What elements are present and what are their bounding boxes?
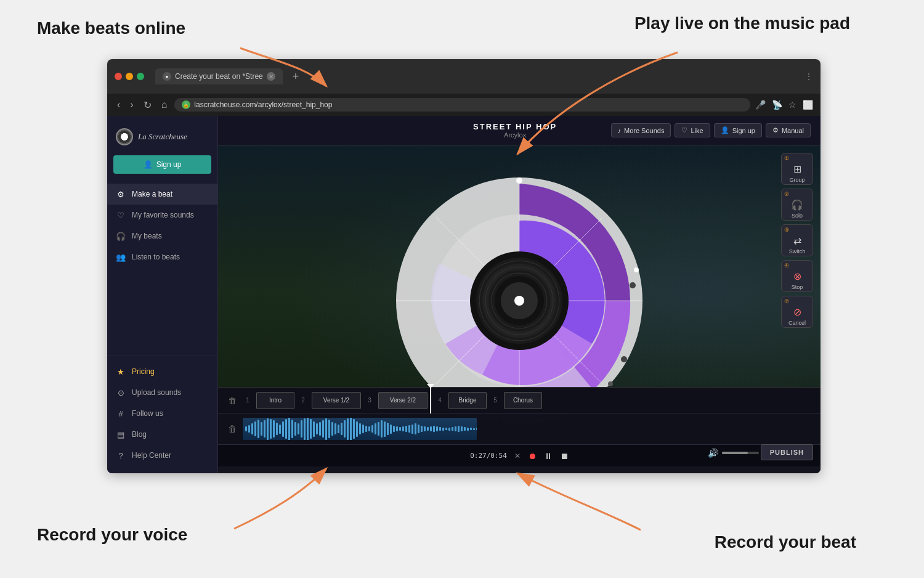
switch-button[interactable]: ③ ⇄ Switch: [781, 224, 813, 256]
url-text: lascratcheuse.com/arcylox/street_hip_hop: [194, 100, 332, 109]
minimize-btn[interactable]: [126, 73, 133, 80]
listen-label: Listen to beats: [132, 253, 180, 261]
annotation-record-voice: Record your voice: [37, 525, 187, 545]
tab-favicon: ●: [163, 72, 171, 81]
signup-label: Sign up: [156, 160, 182, 169]
svg-point-22: [608, 381, 613, 386]
segment-verse2[interactable]: Verse 2/2: [378, 392, 428, 409]
sidebar-item-blog[interactable]: ▤ Blog: [107, 424, 217, 445]
beat-author: Arcylox: [419, 131, 611, 139]
sidebar-item-make-beat[interactable]: ⚙ Make a beat: [107, 184, 217, 205]
sidebar: La Scratcheuse 👤 Sign up ⚙ Make a beat ♡…: [107, 116, 218, 473]
pricing-label: Pricing: [132, 367, 155, 376]
make-beat-label: Make a beat: [132, 190, 172, 198]
logo-area: La Scratcheuse: [107, 123, 217, 155]
waveform-row: 🗑: [218, 413, 821, 444]
sidebar-item-pricing[interactable]: ★ Pricing: [107, 361, 217, 382]
blog-label: Blog: [132, 430, 147, 439]
sidebar-item-upload[interactable]: ⊙ Upload sounds: [107, 382, 217, 403]
help-label: Help Center: [132, 451, 171, 460]
timeline-num-4: 4: [434, 397, 446, 404]
sidebar-item-my-beats[interactable]: 🎧 My beats: [107, 226, 217, 246]
favorites-icon: ♡: [116, 210, 126, 220]
annotation-record-beat: Record your beat: [715, 532, 856, 552]
sidebar-item-help[interactable]: ? Help Center: [107, 445, 217, 466]
browser-tab[interactable]: ● Create your beat on *Stree ✕: [155, 68, 283, 84]
time-display: 0:27/0:54: [470, 452, 507, 460]
microphone-icon[interactable]: 🎤: [755, 100, 766, 110]
sidebar-item-follow[interactable]: # Follow us: [107, 403, 217, 424]
like-button[interactable]: ♡ Like: [675, 123, 710, 137]
record-button[interactable]: ⏺: [528, 451, 537, 461]
url-favicon: 🔒: [182, 100, 190, 109]
publish-button[interactable]: PUBLISH: [761, 444, 813, 460]
waveform-trash-icon[interactable]: 🗑: [225, 424, 239, 434]
switch-icon: ⇄: [793, 235, 801, 246]
like-icon: ♡: [681, 126, 687, 134]
browser-chrome: ● Create your beat on *Stree ✕ + ⋮: [107, 59, 821, 94]
segment-verse1[interactable]: Verse 1/2: [312, 392, 361, 409]
more-sounds-button[interactable]: ♪ More Sounds: [611, 123, 671, 137]
volume-track[interactable]: [722, 452, 759, 454]
forward-button[interactable]: ›: [128, 99, 136, 110]
group-button[interactable]: ① ⊞ Group: [781, 153, 813, 185]
svg-point-19: [621, 356, 627, 362]
logo-text: La Scratcheuse: [138, 132, 187, 142]
annotation-make-beats: Make beats online: [37, 18, 185, 38]
timeline-num-5: 5: [489, 397, 501, 404]
close-track-button[interactable]: ✕: [514, 452, 521, 460]
browser-window: ● Create your beat on *Stree ✕ + ⋮ ‹ › ↻…: [107, 59, 821, 473]
cancel-button[interactable]: ⑦ ⊘ Cancel: [781, 296, 813, 328]
sidebar-item-listen[interactable]: 👥 Listen to beats: [107, 246, 217, 267]
tab-close-icon[interactable]: ✕: [267, 72, 275, 81]
maximize-btn[interactable]: [137, 73, 144, 80]
my-beats-icon: 🎧: [116, 231, 126, 241]
segment-bridge[interactable]: Bridge: [448, 392, 487, 409]
sidebar-item-favorites[interactable]: ♡ My favorite sounds: [107, 205, 217, 226]
timeline-trash-icon[interactable]: 🗑: [225, 396, 239, 405]
segment-chorus[interactable]: Chorus: [504, 392, 542, 409]
sidebar-signup-button[interactable]: 👤 Sign up: [113, 155, 211, 174]
playhead-triangle: [427, 384, 434, 388]
bookmark-icon[interactable]: ☆: [788, 100, 796, 110]
stop-playback-button[interactable]: ⏹: [560, 451, 569, 461]
timeline-num-1: 1: [241, 397, 254, 404]
right-controls-panel: ① ⊞ Group ② 🎧 Solo ③ ⇄ Switch ④ ⊗ S: [781, 153, 813, 328]
window-controls: [115, 73, 150, 80]
sidebar-toggle-icon[interactable]: ⬜: [803, 100, 813, 110]
manual-button[interactable]: ⚙ Manual: [766, 123, 811, 137]
new-tab-button[interactable]: +: [288, 70, 304, 83]
stop-num: ④: [784, 263, 789, 269]
cast-icon[interactable]: 📡: [772, 100, 782, 110]
group-icon: ⊞: [793, 163, 801, 175]
logo-vinyl-icon: [116, 128, 133, 145]
browser-menu[interactable]: ⋮: [804, 71, 813, 81]
stop-button[interactable]: ④ ⊗ Stop: [781, 260, 813, 292]
annotation-play-live: Play live on the music pad: [634, 14, 850, 33]
follow-label: Follow us: [132, 409, 163, 418]
my-beats-label: My beats: [132, 232, 162, 240]
header-signup-label: Sign up: [732, 127, 755, 134]
user-icon: 👤: [144, 160, 153, 169]
header-signup-button[interactable]: 👤 Sign up: [714, 123, 762, 137]
svg-point-17: [516, 177, 522, 184]
pause-button[interactable]: ⏸: [544, 451, 553, 461]
cancel-num: ⑦: [784, 298, 789, 304]
playhead: [430, 388, 431, 413]
waveform-visual[interactable]: [243, 418, 477, 440]
solo-button[interactable]: ② 🎧 Solo: [781, 189, 813, 221]
manual-label: Manual: [782, 127, 804, 134]
home-button[interactable]: ⌂: [159, 99, 170, 110]
app-content: La Scratcheuse 👤 Sign up ⚙ Make a beat ♡…: [107, 116, 821, 473]
listen-icon: 👥: [116, 252, 126, 262]
url-bar[interactable]: 🔒 lascratcheuse.com/arcylox/street_hip_h…: [174, 98, 750, 112]
solo-icon: 🎧: [791, 199, 803, 211]
more-sounds-label: More Sounds: [624, 127, 664, 134]
close-btn[interactable]: [115, 73, 122, 80]
back-button[interactable]: ‹: [115, 99, 123, 110]
group-label: Group: [789, 177, 804, 183]
volume-fill: [722, 452, 748, 454]
tab-title: Create your beat on *Stree: [175, 72, 263, 81]
segment-intro[interactable]: Intro: [256, 392, 294, 409]
refresh-button[interactable]: ↻: [141, 99, 154, 111]
